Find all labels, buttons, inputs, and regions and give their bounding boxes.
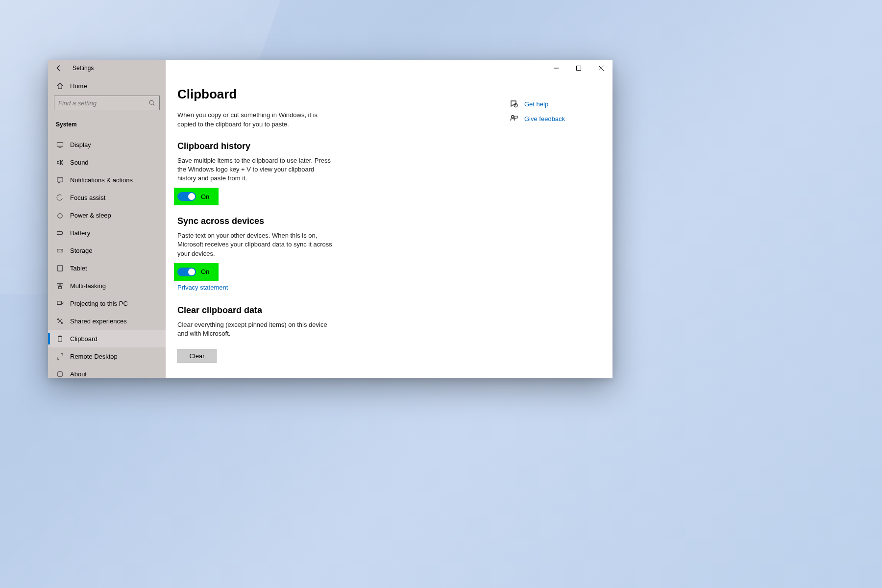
give-feedback-row[interactable]: Give feedback xyxy=(510,114,593,123)
svg-rect-1 xyxy=(577,66,581,71)
sync-toggle-row: On xyxy=(174,263,219,281)
sidebar-item-label: Battery xyxy=(70,229,90,237)
sidebar-item-label: Display xyxy=(70,141,91,148)
projecting-icon xyxy=(56,299,64,307)
svg-point-30 xyxy=(512,116,514,118)
sidebar-item-storage[interactable]: Storage xyxy=(48,242,166,259)
svg-rect-12 xyxy=(62,232,63,234)
page-intro: When you copy or cut something in Window… xyxy=(177,111,329,129)
get-help-row[interactable]: ? Get help xyxy=(510,99,593,108)
minimize-button[interactable] xyxy=(545,60,567,76)
help-icon: ? xyxy=(510,99,518,108)
window-title: Settings xyxy=(73,65,94,72)
sidebar-item-clipboard[interactable]: Clipboard xyxy=(48,330,166,347)
sidebar-item-display[interactable]: Display xyxy=(48,136,166,153)
svg-rect-19 xyxy=(58,286,61,289)
svg-rect-6 xyxy=(57,142,63,146)
tablet-icon xyxy=(56,264,64,272)
sidebar-item-remote-desktop[interactable]: Remote Desktop xyxy=(48,347,166,365)
home-nav[interactable]: Home xyxy=(48,76,166,96)
sidebar-item-label: Tablet xyxy=(70,265,87,272)
category-header: System xyxy=(48,116,166,133)
window-controls xyxy=(545,60,612,76)
sound-icon xyxy=(56,158,64,166)
sidebar-item-tablet[interactable]: Tablet xyxy=(48,259,166,277)
sidebar-item-label: Clipboard xyxy=(70,335,98,343)
sidebar-item-label: Remote Desktop xyxy=(70,353,118,360)
sidebar-item-about[interactable]: About xyxy=(48,365,166,378)
sidebar-item-label: About xyxy=(70,370,87,378)
focus-assist-icon xyxy=(56,194,64,201)
clipboard-icon xyxy=(56,335,64,343)
sidebar-item-label: Notifications & actions xyxy=(70,176,133,184)
history-heading: Clipboard history xyxy=(177,141,466,151)
history-toggle-state: On xyxy=(201,193,209,200)
related-links: ? Get help Give feedback xyxy=(510,99,593,129)
back-button[interactable] xyxy=(55,64,63,72)
search-box[interactable] xyxy=(54,96,160,110)
history-toggle[interactable] xyxy=(177,192,196,201)
search-wrap xyxy=(48,96,166,116)
svg-line-5 xyxy=(153,104,154,105)
sidebar-item-label: Shared experiences xyxy=(70,318,127,325)
maximize-button[interactable] xyxy=(567,60,590,76)
svg-point-26 xyxy=(59,372,60,373)
clear-heading: Clear clipboard data xyxy=(177,305,466,316)
content-area: Home System Display Sound xyxy=(48,76,612,378)
sidebar-item-focus-assist[interactable]: Focus assist xyxy=(48,189,166,206)
get-help-link[interactable]: Get help xyxy=(524,100,548,108)
sync-toggle-state: On xyxy=(201,268,209,275)
give-feedback-link[interactable]: Give feedback xyxy=(524,115,565,122)
page-title: Clipboard xyxy=(177,87,466,102)
close-button[interactable] xyxy=(590,60,612,76)
storage-icon xyxy=(56,246,64,254)
display-icon xyxy=(56,141,64,148)
titlebar-left: Settings xyxy=(48,60,166,76)
titlebar-right xyxy=(166,60,612,76)
sidebar-item-label: Sound xyxy=(70,159,89,166)
clear-button[interactable]: Clear xyxy=(177,349,217,363)
sidebar: Home System Display Sound xyxy=(48,76,166,378)
notifications-icon xyxy=(56,176,64,184)
main-column: Clipboard When you copy or cut something… xyxy=(177,87,466,366)
history-desc: Save multiple items to the clipboard to … xyxy=(177,156,334,183)
main-panel: Clipboard When you copy or cut something… xyxy=(166,76,612,378)
home-icon xyxy=(56,82,64,90)
sidebar-item-projecting[interactable]: Projecting to this PC xyxy=(48,294,166,312)
feedback-icon xyxy=(510,114,518,123)
remote-desktop-icon xyxy=(56,352,64,360)
sync-desc: Paste text on your other devices. When t… xyxy=(177,231,334,258)
sidebar-item-label: Power & sleep xyxy=(70,212,111,219)
multitasking-icon xyxy=(56,282,64,290)
about-icon xyxy=(56,370,64,378)
svg-point-16 xyxy=(59,270,60,270)
sidebar-item-label: Multi-tasking xyxy=(70,282,106,290)
search-icon xyxy=(148,99,155,106)
clear-desc: Clear everything (except pinned items) o… xyxy=(177,320,334,338)
svg-point-14 xyxy=(61,250,62,251)
sidebar-item-label: Focus assist xyxy=(70,194,105,201)
sidebar-item-shared-experiences[interactable]: Shared experiences xyxy=(48,312,166,330)
sidebar-item-sound[interactable]: Sound xyxy=(48,153,166,171)
history-toggle-row: On xyxy=(174,188,219,205)
svg-rect-18 xyxy=(60,283,63,286)
titlebar: Settings xyxy=(48,60,612,76)
svg-rect-23 xyxy=(58,336,62,342)
sidebar-item-label: Projecting to this PC xyxy=(70,300,128,307)
sync-heading: Sync across devices xyxy=(177,216,466,226)
shared-icon xyxy=(56,317,64,325)
search-input[interactable] xyxy=(58,99,148,107)
sidebar-item-power[interactable]: Power & sleep xyxy=(48,206,166,224)
nav-list: Display Sound Notifications & actions Fo… xyxy=(48,136,166,378)
sync-toggle[interactable] xyxy=(177,268,196,276)
sidebar-item-label: Storage xyxy=(70,247,93,254)
sidebar-item-battery[interactable]: Battery xyxy=(48,224,166,242)
sidebar-item-notifications[interactable]: Notifications & actions xyxy=(48,171,166,189)
battery-icon xyxy=(56,229,64,237)
settings-window: Settings Home xyxy=(48,60,612,378)
svg-rect-11 xyxy=(57,231,62,234)
svg-rect-8 xyxy=(57,177,62,181)
privacy-statement-link[interactable]: Privacy statement xyxy=(177,284,228,291)
sidebar-item-multitasking[interactable]: Multi-tasking xyxy=(48,277,166,294)
svg-point-4 xyxy=(149,100,153,104)
